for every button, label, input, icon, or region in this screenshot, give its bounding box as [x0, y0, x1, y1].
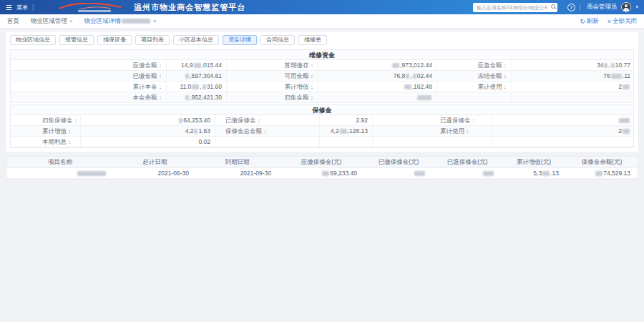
- desc-row: 归集保修金： 64,253.40 已缴保修金： 2.92 已退保修金：: [11, 115, 633, 126]
- logo-swoosh-icon: [58, 3, 122, 10]
- field-label: [437, 92, 512, 102]
- field-value: 4,21.63: [81, 126, 215, 136]
- field-value: [318, 92, 437, 102]
- col-header-accrued-interest[interactable]: 累计增值(元): [502, 157, 566, 167]
- col-header-start-date[interactable]: 起计日期: [114, 157, 196, 167]
- table-header-row: 项目名称 起计日期 到期日期 应缴保修金(元) 已缴保修金(元) 已退保修金(元…: [6, 157, 638, 168]
- field-label: 累计使用：: [373, 126, 493, 136]
- avatar[interactable]: [621, 2, 631, 12]
- col-header-payable[interactable]: 应缴保修金(元): [278, 157, 364, 167]
- desc-row: 已缴金额： ,597,304.61 可用金额： 76,8,02.44 冻结金额：…: [11, 71, 633, 82]
- search-icon[interactable]: [551, 4, 555, 9]
- hamburger-menu-icon[interactable]: ☰: [6, 4, 12, 11]
- field-label: 累计本金：: [11, 82, 167, 92]
- field-value: [320, 137, 373, 147]
- field-label: 可用金额：: [227, 71, 318, 81]
- field-label: 本金余额：: [11, 92, 167, 102]
- close-all-label: 全部关闭: [613, 17, 637, 26]
- tab-contract-info[interactable]: 合同信息: [260, 35, 295, 45]
- field-value: 4,2,128.13: [320, 126, 373, 136]
- nav-search: [473, 3, 557, 12]
- cell-accrued-interest: 5,3.13: [502, 168, 566, 179]
- cell-balance: 74,529.13: [566, 168, 638, 179]
- section-title: 保修金: [11, 105, 633, 115]
- cell-project-name: [6, 168, 114, 179]
- field-value: 2.92: [320, 115, 373, 125]
- tag-home[interactable]: 首页: [7, 17, 19, 26]
- field-value: 2: [512, 82, 635, 92]
- tab-maintenance-equipment[interactable]: 维保设备: [97, 35, 132, 45]
- col-header-due-date[interactable]: 到期日期: [196, 157, 278, 167]
- brand-logo: [58, 3, 124, 12]
- field-label: [215, 137, 320, 147]
- logo-tagline: [78, 10, 111, 12]
- close-icon[interactable]: ×: [69, 18, 73, 24]
- refresh-button[interactable]: ↻ 刷新: [580, 17, 599, 26]
- field-value: 34,10.77: [512, 60, 635, 70]
- field-label: 累计增值：: [227, 82, 318, 92]
- chevron-down-icon[interactable]: ▾: [635, 4, 638, 10]
- section-title: 维修资金: [11, 50, 633, 60]
- tab-fund-detail[interactable]: 资金详情: [223, 35, 257, 45]
- field-label: 累计使用：: [437, 82, 512, 92]
- nav-divider: |: [32, 4, 34, 11]
- field-label: 保修金总金额：: [215, 126, 320, 136]
- cell-refunded: [433, 168, 502, 179]
- tag-label: 物业区域详情: [84, 17, 151, 26]
- field-value: ,162.48: [318, 82, 437, 92]
- cell-payable: 69,233.40: [278, 168, 364, 179]
- menu-label[interactable]: 菜单: [16, 4, 28, 11]
- tag-area-detail[interactable]: 物业区域详情 ×: [84, 17, 157, 26]
- section-warranty-fund: 保修金 归集保修金： 64,253.40 已缴保修金： 2.92 已退保修金： …: [10, 104, 634, 148]
- desc-row: 累计本金： 11,0,31.60 累计增值： ,162.48 累计使用： 2: [11, 82, 633, 92]
- field-label: [373, 137, 493, 147]
- field-label: 归集保修金：: [11, 115, 81, 125]
- field-value: ,973,012.44: [318, 60, 437, 70]
- close-icon: ×: [608, 18, 611, 25]
- field-value: 0.02: [81, 137, 215, 147]
- tab-project-list[interactable]: 项目列表: [135, 35, 170, 45]
- refresh-label: 刷新: [587, 17, 599, 26]
- col-header-refunded[interactable]: 已退保修金(元): [433, 157, 502, 167]
- detail-tabs: 物业区域信息 报警信息 维保设备 项目列表 小区基本信息 资金详情 合同信息 维…: [6, 31, 638, 48]
- user-name[interactable]: 商会管理员: [587, 3, 618, 11]
- field-label: 归集金额：: [227, 92, 318, 102]
- col-header-project-name[interactable]: 项目名称: [6, 157, 114, 167]
- cell-start-date: 2021-06-30: [114, 168, 196, 179]
- page-title: 温州市物业商会智慧监管平台: [134, 2, 245, 13]
- tab-area-info[interactable]: 物业区域信息: [10, 35, 56, 45]
- top-navbar: ☰ 菜单 | 温州市物业商会智慧监管平台 ? | 商会管理员 ▾: [0, 0, 644, 14]
- field-value: [512, 92, 635, 102]
- field-value: 2: [493, 126, 635, 136]
- cell-due-date: 2021-09-30: [196, 168, 278, 179]
- field-label: 应急金额：: [437, 60, 512, 70]
- cell-paid: [364, 168, 433, 179]
- tab-community-basic-info[interactable]: 小区基本信息: [173, 35, 219, 45]
- field-value: 64,253.40: [81, 115, 215, 125]
- nav-divider: |: [580, 4, 581, 11]
- field-value: ,597,304.61: [167, 71, 227, 81]
- table-row[interactable]: 2021-06-30 2021-09-30 69,233.40 5,3.13 7…: [6, 168, 638, 179]
- desc-row: 本金余额： ,952,421.30 归集金额：: [11, 92, 633, 103]
- tag-area-management[interactable]: 物业区域管理 ×: [31, 17, 73, 26]
- field-label: 已缴金额：: [11, 71, 167, 81]
- field-value: 11,0,31.60: [167, 82, 227, 92]
- field-label: 应缴金额：: [11, 60, 167, 70]
- field-value: 14,9,015.44: [167, 60, 227, 70]
- field-value: [493, 137, 635, 147]
- close-all-button[interactable]: × 全部关闭: [608, 17, 637, 26]
- help-icon[interactable]: ?: [567, 4, 575, 11]
- desc-row: 累计增值： 4,21.63 保修金总金额： 4,2,128.13 累计使用： 2: [11, 126, 633, 137]
- tab-alarm-info[interactable]: 报警信息: [59, 35, 94, 45]
- col-header-paid[interactable]: 已缴保修金(元): [364, 157, 433, 167]
- tab-repair-order[interactable]: 维修单: [298, 35, 327, 45]
- tag-label: 物业区域管理: [31, 17, 67, 26]
- search-input[interactable]: [473, 3, 557, 12]
- field-label: 已缴保修金：: [215, 115, 320, 125]
- field-value: [493, 115, 635, 125]
- main-content: 物业区域信息 报警信息 维保设备 项目列表 小区基本信息 资金详情 合同信息 维…: [0, 29, 644, 180]
- tag-bar: 首页 物业区域管理 × 物业区域详情 × ↻ 刷新 × 全部关闭: [0, 14, 644, 29]
- field-label: 已退保修金：: [373, 115, 493, 125]
- col-header-balance[interactable]: 保修金余额(元): [566, 157, 638, 167]
- close-icon[interactable]: ×: [153, 18, 157, 24]
